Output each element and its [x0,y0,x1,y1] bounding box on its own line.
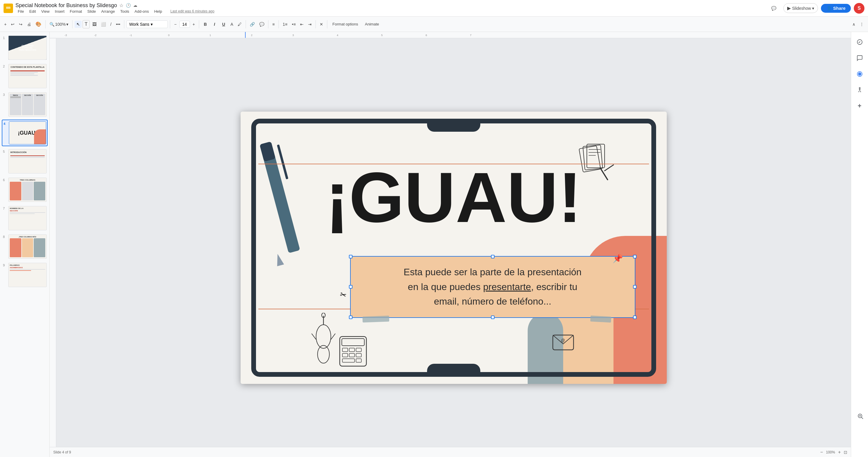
slide-thumb-5[interactable]: 5 INTRODUCCIÓN [2,148,48,175]
slide-preview-5: INTRODUCCIÓN [8,149,47,174]
bullet-list-btn[interactable]: •≡ [290,21,298,28]
zoom-arrow: ▾ [66,22,68,27]
slide-thumb-6[interactable]: 6 TRES COLUMNAS [2,176,48,203]
line-tool[interactable]: / [108,21,113,28]
svg-text:-2: -2 [94,34,96,37]
font-size-decrease[interactable]: − [172,21,178,28]
highlight-btn[interactable]: 🖊 [236,21,244,28]
dropdown-arrow: ▾ [812,6,814,11]
shape-tool[interactable]: ⬜ [99,21,108,28]
note-card[interactable]: Esta puede ser la parte de la presentaci… [350,256,636,318]
star-icon[interactable]: ☆ [119,3,123,8]
menu-edit[interactable]: Edit [27,8,38,14]
image-tool[interactable]: 🖼 [91,21,98,28]
rs-accessibility-btn[interactable] [855,85,865,95]
slide-thumb-3[interactable]: 3 ÍNDICE SECCIÓN SECCIÓN [2,91,48,118]
text-color-btn[interactable]: A [229,21,235,28]
comments-button[interactable]: 💬 [767,4,780,12]
hand-illustration [306,313,341,366]
handle-bot-left[interactable] [349,315,352,319]
numbered-list-btn[interactable]: 1≡ [281,21,289,28]
undo-btn[interactable]: ↩ [9,21,16,28]
more-tools[interactable]: ••• [114,21,122,28]
fit-screen-btn[interactable]: ⊡ [844,450,847,455]
svg-text:0: 0 [168,34,169,37]
comment-inline-btn[interactable]: 💬 [257,21,266,28]
animate-button[interactable]: Animate [362,21,382,28]
rs-explore-btn[interactable] [855,37,865,48]
top-bar: Special Notebook for Business by Slidesg… [0,0,868,17]
add-toolbar-btn[interactable]: + [2,21,8,28]
collapse-toolbar-btn[interactable]: ∧ [850,21,857,28]
menu-tools[interactable]: Tools [118,8,131,14]
handle-mid-right[interactable] [633,285,637,288]
handle-bot-center[interactable] [491,315,495,319]
slide-thumb-1[interactable]: 1 CUADERNOESPECIALPARA NEGOCIOS [2,34,48,61]
font-size-increase[interactable]: + [191,21,197,28]
indent-inc-btn[interactable]: ⇥ [306,21,313,28]
svg-text:-3: -3 [64,34,67,37]
italic-btn[interactable]: I [210,20,219,28]
slide-num-2: 2 [3,64,7,68]
handle-top-center[interactable] [491,255,495,258]
menu-help[interactable]: Help [152,8,164,14]
share-button[interactable]: 👤 Share [821,4,851,13]
menu-insert[interactable]: Insert [52,8,67,14]
toolbar-sep-7 [268,20,269,28]
format-options-button[interactable]: Format options [330,21,361,28]
rs-comment-btn[interactable] [855,53,865,63]
cursor-tool[interactable]: ↖ [74,21,82,28]
toolbar: + ↩ ↪ 🖨 🎨 🔍 100% ▾ ↖ T 🖼 ⬜ / ••• Work Sa… [0,17,868,32]
slide-thumb-8[interactable]: 8 ¡TRES COLUMNAS MÁS! [2,233,48,260]
slide-preview-9: PALABRAS ASOMBROSAS [8,263,47,287]
cloud-icon[interactable]: ☁ [133,3,137,8]
link-btn[interactable]: 🔗 [248,21,256,28]
slide-canvas[interactable]: ¡GUAU! Esta puede ser la parte de la pre… [241,112,667,384]
history-icon[interactable]: 🕐 [126,3,131,8]
menu-arrange[interactable]: Arrange [99,8,117,14]
rs-zoom-in-btn[interactable] [855,411,866,422]
tape-right [590,315,611,323]
canvas-area: -3 -2 -1 0 1 2 3 4 5 6 7 [50,32,851,457]
menu-addons[interactable]: Add-ons [132,8,151,14]
rs-present-btn[interactable] [855,69,865,79]
zoom-btn[interactable]: 🔍 100% ▾ [48,21,70,28]
svg-rect-34 [356,354,361,357]
zoom-in-btn[interactable]: + [838,450,841,455]
underline-btn[interactable]: U [220,20,228,28]
slide-num-5: 5 [3,149,7,153]
menu-view[interactable]: View [39,8,52,14]
text-tool[interactable]: T [83,20,90,28]
font-size-input[interactable]: 14 [179,21,190,28]
handle-top-right[interactable] [633,255,637,258]
handle-bot-right[interactable] [633,315,637,319]
tape-left [362,315,389,322]
menu-slide[interactable]: Slide [85,8,98,14]
slide-thumb-4[interactable]: 4 ¡GUAU! [2,120,48,146]
zoom-out-btn[interactable]: − [820,450,823,455]
handle-top-left[interactable] [349,255,352,258]
slide-thumb-7[interactable]: 7 NOMBRE DE LA SECCIÓN [2,205,48,232]
svg-rect-28 [342,339,364,346]
meeting-button[interactable]: ▶ Slideshow ▾ [783,3,818,13]
svg-point-21 [316,325,331,348]
bold-btn[interactable]: B [201,20,210,28]
font-selector[interactable]: Work Sans ▾ [126,21,168,28]
slide-thumb-2[interactable]: 2 CONTENIDO DE ESTA PLANTILLA [2,63,48,89]
redo-btn[interactable]: ↪ [17,21,24,28]
paint-format-btn[interactable]: 🎨 [34,20,43,28]
handle-mid-left[interactable] [349,285,352,288]
toolbar-sep-3 [124,20,124,28]
menu-format[interactable]: Format [67,8,84,14]
align-btn[interactable]: ≡ [271,21,276,28]
zoom-icon: 🔍 [50,22,55,27]
rs-add-btn[interactable]: + [855,101,865,111]
user-avatar[interactable]: S [854,3,864,13]
indent-dec-btn[interactable]: ⇤ [298,21,305,28]
print-btn[interactable]: 🖨 [25,21,33,28]
more-options-btn[interactable]: ⋮ [858,21,866,28]
slide-thumb-9[interactable]: 9 PALABRAS ASOMBROSAS [2,262,48,288]
menu-file[interactable]: File [16,8,26,14]
clear-formatting-btn[interactable]: ✕ [318,21,325,28]
meeting-icon: ▶ [787,5,791,11]
